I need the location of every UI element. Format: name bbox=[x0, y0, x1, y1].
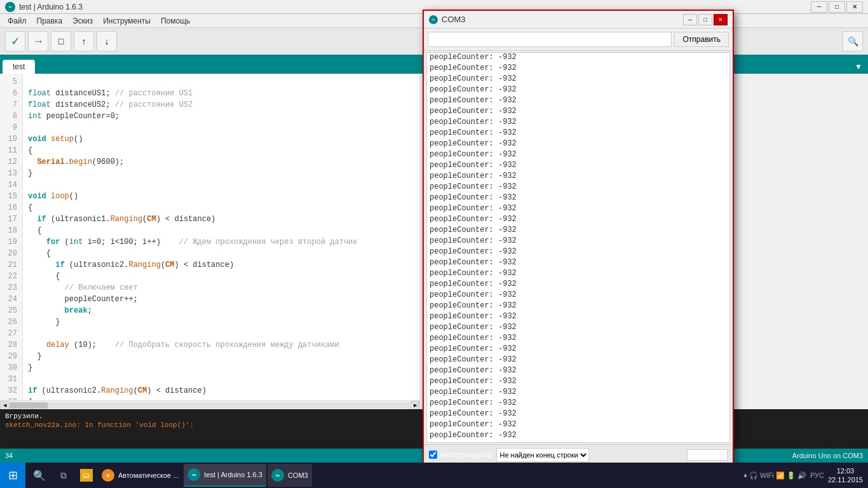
com-line: peopleCounter: -932 bbox=[430, 279, 727, 290]
browser-icon: e bbox=[102, 469, 114, 482]
menu-tools[interactable]: Инструменты bbox=[98, 15, 156, 27]
com-line: peopleCounter: -932 bbox=[430, 419, 727, 430]
com-line: peopleCounter: -932 bbox=[430, 117, 727, 128]
com3-icon: ∞ bbox=[271, 469, 284, 482]
com-line: peopleCounter: -932 bbox=[430, 128, 727, 139]
taskbar-items: 🔍 ⧉ 🗂 e Автоматическое ... ∞ test | Ardu… bbox=[25, 464, 738, 487]
tray-icons: ♦ 🎧 WiFi 📶 🔋 🔊 bbox=[743, 471, 806, 480]
taskbar-browser-item[interactable]: e Автоматическое ... bbox=[98, 464, 182, 487]
com-line: peopleCounter: -932 bbox=[430, 160, 727, 171]
com-minimize-button[interactable]: ─ bbox=[683, 14, 697, 25]
lang-indicator: РУС bbox=[810, 471, 824, 479]
com-line: peopleCounter: -932 bbox=[430, 247, 727, 257]
clock-time: 12:03 bbox=[828, 466, 863, 475]
ide-window: ∞ test | Arduino 1.6.3 ─ □ ✕ Файл Правка… bbox=[0, 0, 868, 488]
com-line: peopleCounter: -932 bbox=[430, 106, 727, 117]
com-line: peopleCounter: -932 bbox=[430, 268, 727, 279]
com-output-wrapper: peopleCounter: -920peopleCounter: -920pe… bbox=[424, 52, 733, 443]
com-line: peopleCounter: -932 bbox=[430, 344, 727, 355]
com-line: peopleCounter: -932 bbox=[430, 322, 727, 333]
com-maximize-button[interactable]: □ bbox=[698, 14, 712, 25]
com-close-button[interactable]: ✕ bbox=[714, 14, 728, 25]
tray-steam-icon[interactable]: ♦ bbox=[743, 471, 747, 479]
com-line: peopleCounter: -932 bbox=[430, 290, 727, 301]
com-dialog-title: COM3 bbox=[442, 15, 466, 24]
hscroll-right-button[interactable]: ▶ bbox=[410, 401, 419, 410]
verify-button[interactable]: ✓ bbox=[5, 31, 25, 51]
baud-rate-label[interactable]: 9600 бод bbox=[687, 449, 728, 461]
com-line: peopleCounter: -932 bbox=[430, 182, 727, 193]
editor-hscroll[interactable]: ◀ ▶ bbox=[0, 400, 419, 409]
taskbar-com3-item[interactable]: ∞ COM3 bbox=[268, 464, 312, 487]
com-line: peopleCounter: -932 bbox=[430, 214, 727, 225]
autoscroll-label[interactable]: Автопрокрутка bbox=[429, 451, 491, 459]
save-button[interactable]: ↓ bbox=[97, 31, 117, 51]
taskbar-search-icon[interactable]: 🔍 bbox=[28, 464, 51, 487]
menu-sketch[interactable]: Эскиз bbox=[67, 15, 98, 27]
com3-label: COM3 bbox=[288, 471, 308, 479]
tray-signal-icon[interactable]: 📶 bbox=[776, 471, 785, 480]
com-line: peopleCounter: -932 bbox=[430, 95, 727, 106]
tray-headphone-icon[interactable]: 🎧 bbox=[749, 471, 758, 480]
com-line: peopleCounter: -932 bbox=[430, 236, 727, 247]
start-icon: ⊞ bbox=[8, 468, 18, 482]
system-tray: ♦ 🎧 WiFi 📶 🔋 🔊 РУС 12:03 22.11.2015 bbox=[738, 466, 868, 484]
tray-battery-icon[interactable]: 🔋 bbox=[787, 471, 796, 480]
com-line: peopleCounter: -932 bbox=[430, 203, 727, 214]
line-count-label: 34 bbox=[5, 452, 13, 459]
close-button[interactable]: ✕ bbox=[846, 1, 863, 13]
com-line: peopleCounter: -932 bbox=[430, 355, 727, 365]
file-explorer-icon: 🗂 bbox=[80, 469, 93, 482]
menu-file[interactable]: Файл bbox=[3, 15, 32, 27]
com-text-input[interactable] bbox=[428, 32, 672, 47]
com-line: peopleCounter: -932 bbox=[430, 257, 727, 268]
taskbar-file-explorer[interactable]: 🗂 bbox=[76, 464, 97, 487]
com-line: peopleCounter: -932 bbox=[430, 311, 727, 322]
browser-label: Автоматическое ... bbox=[118, 471, 179, 479]
tray-wifi-icon[interactable]: WiFi bbox=[760, 471, 774, 479]
com-input-area: Отправить bbox=[424, 29, 733, 51]
com-line: peopleCounter: -932 bbox=[430, 387, 727, 398]
com-line: peopleCounter: -932 bbox=[430, 409, 727, 419]
new-button[interactable]: □ bbox=[51, 31, 71, 51]
com-line: peopleCounter: -932 bbox=[430, 74, 727, 85]
editor-area[interactable]: 5 6 7 8 9 10 11 12 13 14 15 16 17 18 19 … bbox=[0, 74, 419, 409]
com-line: peopleCounter: -932 bbox=[430, 193, 727, 203]
maximize-button[interactable]: □ bbox=[829, 1, 845, 13]
code-editor[interactable]: float distanceUS1; // расстояние US1 flo… bbox=[23, 74, 419, 409]
line-numbers: 5 6 7 8 9 10 11 12 13 14 15 16 17 18 19 … bbox=[0, 74, 23, 409]
start-button[interactable]: ⊞ bbox=[0, 463, 25, 488]
com-line: peopleCounter: -932 bbox=[430, 365, 727, 376]
com-send-button[interactable]: Отправить bbox=[674, 32, 729, 47]
com-line: peopleCounter: -932 bbox=[430, 52, 727, 63]
search-button[interactable]: 🔍 bbox=[843, 31, 863, 51]
taskbar-arduino-item[interactable]: ∞ test | Arduino 1.6.3 bbox=[184, 464, 266, 487]
clock-area[interactable]: 12:03 22.11.2015 bbox=[828, 466, 863, 484]
com-logo-icon: ∞ bbox=[429, 15, 438, 24]
com-line: peopleCounter: -932 bbox=[430, 333, 727, 344]
arduino-label: test | Arduino 1.6.3 bbox=[204, 471, 262, 478]
com-bottom-bar: Автопрокрутка Не найден конец строки 960… bbox=[424, 444, 733, 464]
com-output[interactable]: peopleCounter: -920peopleCounter: -920pe… bbox=[426, 52, 730, 443]
taskbar-taskview-button[interactable]: ⧉ bbox=[52, 464, 75, 487]
tab-test[interactable]: test bbox=[3, 60, 35, 74]
open-button[interactable]: ↑ bbox=[74, 31, 94, 51]
menu-help[interactable]: Помощь bbox=[156, 15, 195, 27]
tray-volume-icon[interactable]: 🔊 bbox=[797, 471, 806, 480]
com-line: peopleCounter: -932 bbox=[430, 149, 727, 160]
com-line: peopleCounter: -932 bbox=[430, 85, 727, 95]
arduino-icon: ∞ bbox=[187, 468, 200, 481]
upload-button[interactable]: → bbox=[28, 31, 48, 51]
autoscroll-checkbox[interactable] bbox=[429, 451, 437, 459]
minimize-button[interactable]: ─ bbox=[811, 1, 827, 13]
tab-dropdown-button[interactable]: ▼ bbox=[851, 60, 865, 74]
com-dialog: ∞ COM3 ─ □ ✕ Отправить peopleCounter: -9… bbox=[423, 10, 734, 466]
menu-edit[interactable]: Правка bbox=[32, 15, 68, 27]
com-line: peopleCounter: -932 bbox=[430, 301, 727, 311]
com-line: peopleCounter: -932 bbox=[430, 63, 727, 74]
window-title: test | Arduino 1.6.3 bbox=[19, 3, 83, 11]
com-line: peopleCounter: -932 bbox=[430, 430, 727, 441]
line-ending-select[interactable]: Не найден конец строки bbox=[496, 448, 589, 462]
hscroll-left-button[interactable]: ◀ bbox=[0, 401, 9, 410]
com-line: peopleCounter: -932 bbox=[430, 171, 727, 182]
